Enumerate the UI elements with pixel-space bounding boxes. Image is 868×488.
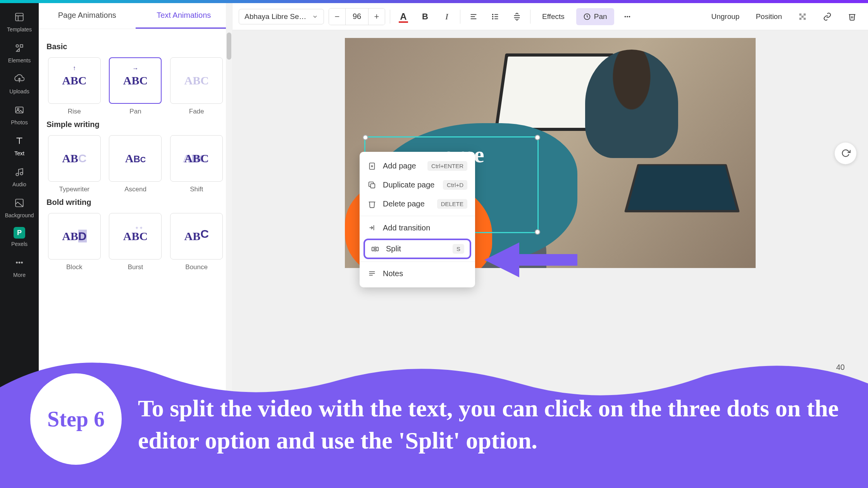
sidebar-label: Elements xyxy=(8,57,31,64)
anim-typewriter[interactable]: ABC xyxy=(48,135,101,182)
tutorial-overlay: Step 6 To split the video with the text,… xyxy=(0,341,868,488)
position-button[interactable]: Position xyxy=(750,8,787,25)
text-color-button[interactable]: A xyxy=(395,8,412,25)
add-page-icon xyxy=(367,162,377,171)
sidebar-item-background[interactable]: Background xyxy=(5,196,34,218)
pan-animate-button[interactable]: Pan xyxy=(576,8,614,25)
sidebar-item-more[interactable]: More xyxy=(12,256,26,278)
svg-point-20 xyxy=(493,18,493,19)
anim-burst[interactable]: ✦ ✦ABC xyxy=(109,213,162,259)
delete-button[interactable] xyxy=(842,8,862,25)
anim-label: Block xyxy=(66,263,83,271)
more-options-button[interactable] xyxy=(619,8,636,25)
text-icon xyxy=(12,134,26,148)
svg-rect-40 xyxy=(372,247,374,251)
scroll-thumb[interactable] xyxy=(227,33,231,60)
anim-label: Bounce xyxy=(185,263,208,271)
sidebar-label: Photos xyxy=(11,119,28,125)
menu-split[interactable]: Split S xyxy=(363,239,471,259)
svg-rect-34 xyxy=(804,17,806,20)
refresh-preview-button[interactable] xyxy=(835,143,856,164)
svg-point-29 xyxy=(629,16,630,17)
svg-rect-39 xyxy=(370,184,375,188)
anim-shift[interactable]: ABC xyxy=(170,135,223,182)
menu-separator xyxy=(360,216,475,216)
sidebar-item-photos[interactable]: Photos xyxy=(11,103,28,125)
anim-block[interactable]: ABD xyxy=(48,213,101,259)
italic-button[interactable]: I xyxy=(438,8,455,25)
elements-icon xyxy=(12,41,26,55)
menu-label: Add page xyxy=(383,162,416,170)
svg-rect-33 xyxy=(799,17,802,20)
ungroup-button[interactable]: Ungroup xyxy=(706,8,745,25)
tutorial-arrow xyxy=(480,239,581,283)
anim-rise[interactable]: ↑ABC xyxy=(48,57,101,104)
menu-delete-page[interactable]: Delete page DELETE xyxy=(360,194,475,213)
transparency-button[interactable] xyxy=(793,8,812,25)
anim-label: Rise xyxy=(68,108,81,115)
sidebar-label: Audio xyxy=(12,181,26,187)
anim-label: Ascend xyxy=(124,186,146,193)
sidebar-item-templates[interactable]: Templates xyxy=(7,10,32,33)
page-context-menu: Add page Ctrl+ENTER Duplicate page Ctrl+… xyxy=(360,152,475,287)
step-label: Step 6 xyxy=(47,407,105,431)
sidebar-item-pexels[interactable]: P Pexels xyxy=(11,227,28,247)
split-icon xyxy=(370,244,380,254)
refresh-icon xyxy=(840,148,851,158)
menu-duplicate-page[interactable]: Duplicate page Ctrl+D xyxy=(360,175,475,194)
anim-label: Burst xyxy=(128,263,143,271)
align-button[interactable] xyxy=(465,8,482,25)
font-selector[interactable]: Abhaya Libre Se… xyxy=(239,9,324,24)
pexels-icon: P xyxy=(14,227,25,239)
resize-handle[interactable] xyxy=(535,229,540,235)
section-basic-title: Basic xyxy=(46,42,224,51)
tab-page-animations[interactable]: Page Animations xyxy=(39,3,136,29)
transition-icon xyxy=(367,223,377,232)
list-button[interactable] xyxy=(487,8,504,25)
menu-separator xyxy=(360,261,475,262)
anim-ascend[interactable]: ABC xyxy=(109,135,162,182)
tab-text-animations[interactable]: Text Animations xyxy=(136,3,232,29)
anim-fade[interactable]: ABC xyxy=(170,57,223,104)
resize-handle[interactable] xyxy=(363,135,368,140)
bold-button[interactable]: B xyxy=(417,8,434,25)
svg-point-9 xyxy=(16,173,19,176)
svg-point-10 xyxy=(20,172,22,175)
svg-rect-41 xyxy=(376,247,379,251)
effects-button[interactable]: Effects xyxy=(535,8,572,25)
svg-rect-30 xyxy=(799,13,802,15)
svg-point-13 xyxy=(19,262,20,263)
font-name: Abhaya Libre Se… xyxy=(245,12,307,21)
anim-pan[interactable]: →ABC xyxy=(109,57,162,104)
menu-notes[interactable]: Notes xyxy=(360,264,475,283)
background-icon xyxy=(12,196,26,210)
menu-add-transition[interactable]: Add transition xyxy=(360,218,475,237)
laptop-graphic xyxy=(624,164,740,213)
sidebar-item-text[interactable]: Text xyxy=(12,134,26,156)
trash-icon xyxy=(367,199,377,209)
svg-point-19 xyxy=(493,16,493,17)
menu-shortcut: Ctrl+D xyxy=(443,180,467,190)
size-decrease-button[interactable]: − xyxy=(329,9,345,25)
menu-label: Split xyxy=(386,244,401,253)
sidebar-item-elements[interactable]: Elements xyxy=(8,41,31,64)
size-increase-button[interactable]: + xyxy=(369,9,385,25)
spacing-button[interactable] xyxy=(508,8,525,25)
svg-rect-4 xyxy=(20,45,22,47)
sidebar-item-uploads[interactable]: Uploads xyxy=(9,72,29,95)
anim-bounce[interactable]: ABC xyxy=(170,213,223,259)
uploads-icon xyxy=(12,72,26,86)
link-button[interactable] xyxy=(818,8,837,25)
font-size-input[interactable] xyxy=(345,9,369,25)
anim-label: Fade xyxy=(189,108,204,115)
svg-point-28 xyxy=(627,16,628,17)
tutorial-text: To split the video with the text, you ca… xyxy=(138,392,856,457)
resize-handle[interactable] xyxy=(535,135,540,140)
menu-shortcut: S xyxy=(453,244,464,254)
chevron-down-icon xyxy=(312,14,318,20)
svg-rect-0 xyxy=(16,13,23,21)
menu-add-page[interactable]: Add page Ctrl+ENTER xyxy=(360,156,475,175)
sidebar-item-audio[interactable]: Audio xyxy=(12,165,26,187)
svg-point-14 xyxy=(21,262,22,263)
menu-label: Add transition xyxy=(383,223,430,232)
